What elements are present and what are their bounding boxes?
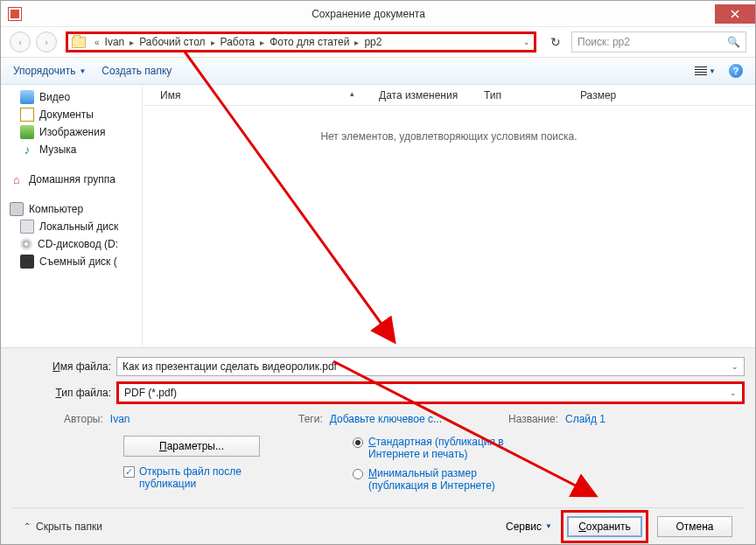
app-icon	[8, 7, 22, 21]
back-button[interactable]: ‹	[10, 31, 31, 52]
save-button[interactable]: Сохранить	[567, 516, 642, 537]
sidebar-item-video[interactable]: Видео	[1, 88, 142, 106]
sidebar-item-localdisk[interactable]: Локальный диск	[1, 218, 142, 235]
folder-icon	[72, 37, 86, 48]
address-bar[interactable]: « Ivan ▸ Рабочий стол ▸ Работа ▸ Фото дл…	[66, 31, 536, 52]
disk-icon	[20, 220, 34, 234]
optimize-standard-radio[interactable]	[353, 437, 363, 448]
cancel-button[interactable]: Отмена	[657, 516, 732, 537]
help-icon[interactable]: ?	[729, 64, 743, 78]
column-headers: Имя▴ Дата изменения Тип Размер	[143, 85, 755, 106]
column-size[interactable]: Размер	[571, 89, 650, 101]
chevron-up-icon: ⌃	[24, 521, 31, 531]
crumb-sep: «	[91, 38, 103, 47]
optimize-minimal-radio[interactable]	[353, 469, 363, 479]
sidebar-item-images[interactable]: Изображения	[1, 123, 142, 141]
chevron-down-icon[interactable]: ⌄	[732, 362, 738, 371]
sort-icon: ▴	[350, 89, 361, 101]
column-name[interactable]: Имя▴	[151, 89, 370, 101]
organize-menu[interactable]: Упорядочить▼	[13, 65, 86, 77]
view-mode-button[interactable]: ▼	[690, 64, 720, 78]
authors-label: Авторы:	[64, 413, 103, 425]
homegroup-icon: ⌂	[10, 172, 24, 186]
doctitle-value[interactable]: Слайд 1	[565, 413, 606, 425]
filename-input[interactable]: Как из презентации сделать видеоролик.pd…	[116, 357, 745, 376]
column-date[interactable]: Дата изменения	[370, 89, 475, 101]
refresh-button[interactable]: ↻	[545, 31, 566, 52]
hide-folders-toggle[interactable]: ⌃ Скрыть папки	[24, 521, 102, 533]
filename-label: Имя файла:	[11, 360, 116, 373]
options-button[interactable]: Параметры...	[123, 436, 260, 457]
filetype-label: Тип файла:	[11, 387, 116, 399]
search-icon: 🔍	[727, 36, 740, 48]
address-dropdown-icon[interactable]: ⌄	[523, 38, 530, 46]
sidebar-item-computer[interactable]: Компьютер	[1, 200, 142, 218]
forward-button[interactable]: ›	[36, 31, 57, 52]
tags-value[interactable]: Добавьте ключевое с...	[330, 413, 442, 425]
breadcrumb[interactable]: Ivan	[103, 36, 127, 48]
tags-label: Теги:	[298, 413, 323, 425]
sidebar-item-music[interactable]: ♪Музыка	[1, 141, 142, 158]
breadcrumb[interactable]: Рабочий стол	[137, 36, 206, 48]
close-button[interactable]	[715, 4, 755, 24]
authors-value[interactable]: Ivan	[110, 413, 130, 425]
sidebar-item-cdrom[interactable]: CD-дисковод (D:	[1, 235, 142, 253]
document-icon	[20, 108, 34, 122]
column-type[interactable]: Тип	[475, 89, 571, 101]
open-after-label: Открыть файл после публикации	[139, 465, 279, 490]
open-after-checkbox[interactable]: ✓	[123, 466, 135, 478]
sidebar-item-homegroup[interactable]: ⌂Домашняя группа	[1, 171, 142, 188]
empty-message: Нет элементов, удовлетворяющих условиям …	[143, 106, 755, 143]
breadcrumb[interactable]: Фото для статей	[268, 36, 351, 48]
service-menu[interactable]: Сервис ▼	[506, 521, 552, 533]
doctitle-label: Название:	[508, 413, 558, 425]
sidebar-item-usb[interactable]: Съемный диск (	[1, 253, 142, 270]
music-icon: ♪	[20, 143, 34, 157]
new-folder-button[interactable]: Создать папку	[102, 65, 172, 77]
image-icon	[20, 125, 34, 139]
breadcrumb[interactable]: pp2	[362, 36, 383, 48]
optimize-standard-label: Стандартная (публикация в Интернете и пе…	[368, 436, 508, 460]
video-icon	[20, 90, 34, 104]
optimize-minimal-label: Минимальный размер (публикация в Интерне…	[368, 467, 508, 492]
cd-icon	[20, 238, 32, 250]
usb-icon	[20, 255, 34, 269]
sidebar: Видео Документы Изображения ♪Музыка ⌂Дом…	[1, 85, 143, 347]
search-input[interactable]: Поиск: pp2 🔍	[571, 31, 746, 52]
filetype-select[interactable]: PDF (*.pdf)⌄	[116, 381, 745, 404]
sidebar-item-documents[interactable]: Документы	[1, 106, 142, 123]
chevron-down-icon[interactable]: ⌄	[730, 388, 737, 397]
breadcrumb[interactable]: Работа	[219, 36, 257, 48]
window-title: Сохранение документа	[22, 8, 715, 20]
computer-icon	[10, 202, 24, 216]
list-icon	[695, 66, 707, 75]
